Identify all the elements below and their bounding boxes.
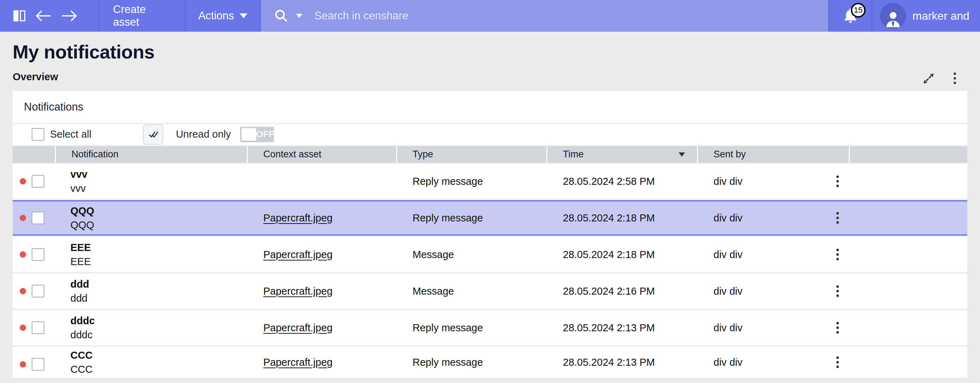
create-asset-label: Create asset bbox=[113, 3, 171, 29]
table-row[interactable]: CCC CCC Papercraft.jpeg Reply message 28… bbox=[13, 347, 967, 378]
notification-sender: div div bbox=[698, 347, 850, 378]
avatar bbox=[880, 3, 906, 29]
row-kebab-menu-icon[interactable] bbox=[834, 173, 842, 190]
row-checkbox[interactable] bbox=[32, 248, 45, 261]
badge-count: 15 bbox=[854, 6, 862, 15]
user-menu[interactable]: marker and bbox=[872, 0, 980, 32]
notification-sender: div div bbox=[698, 200, 850, 235]
unread-only-toggle[interactable]: OFF bbox=[240, 127, 274, 142]
column-header-context-asset[interactable]: Context asset bbox=[248, 146, 397, 163]
row-checkbox[interactable] bbox=[32, 175, 45, 188]
overview-kebab-menu-icon[interactable] bbox=[951, 70, 959, 87]
mark-all-read-button[interactable] bbox=[143, 124, 163, 145]
notification-subtitle: EEE bbox=[70, 256, 248, 267]
row-kebab-menu-icon[interactable] bbox=[834, 246, 842, 263]
row-kebab-menu-icon[interactable] bbox=[834, 283, 842, 300]
notification-title: CCC bbox=[70, 349, 248, 361]
row-checkbox[interactable] bbox=[32, 321, 45, 334]
toggle-state-label: OFF bbox=[256, 127, 274, 142]
actions-button[interactable]: Actions bbox=[186, 0, 260, 32]
search-scope-caret-icon[interactable] bbox=[296, 14, 302, 18]
expand-icon[interactable] bbox=[922, 72, 935, 85]
actions-label: Actions bbox=[198, 10, 234, 22]
nav-section bbox=[0, 0, 98, 32]
table-row[interactable]: EEE EEE Papercraft.jpeg Message 28.05.20… bbox=[13, 237, 967, 272]
notification-title: EEE bbox=[70, 242, 248, 253]
user-name: marker and bbox=[912, 10, 969, 22]
toggle-knob bbox=[242, 128, 256, 141]
column-header-type[interactable]: Type bbox=[397, 146, 547, 163]
column-header-status bbox=[13, 146, 56, 163]
chevron-down-icon bbox=[240, 13, 247, 18]
section-title: Overview bbox=[13, 69, 967, 84]
notification-sender: div div bbox=[698, 164, 850, 199]
context-asset-link[interactable]: Papercraft.jpeg bbox=[263, 212, 332, 224]
context-asset-link[interactable]: Papercraft.jpeg bbox=[263, 322, 332, 334]
back-arrow-icon[interactable] bbox=[35, 10, 51, 22]
notification-type: Reply message bbox=[397, 164, 547, 199]
notification-type: Reply message bbox=[397, 347, 547, 378]
panel-header: Notifications Select all Unread only OFF bbox=[13, 91, 967, 145]
row-kebab-menu-icon[interactable] bbox=[834, 319, 842, 337]
create-asset-button[interactable]: Create asset bbox=[99, 0, 185, 32]
notification-subtitle: QQQ bbox=[70, 219, 248, 231]
notification-title: ddd bbox=[70, 278, 248, 290]
notification-count-badge: 15 bbox=[851, 3, 865, 17]
unread-dot bbox=[20, 288, 26, 294]
notification-time: 28.05.2024 2:13 PM bbox=[547, 310, 698, 345]
context-asset-link[interactable]: Papercraft.jpeg bbox=[263, 249, 332, 261]
row-checkbox[interactable] bbox=[32, 285, 45, 297]
select-all-label: Select all bbox=[50, 129, 92, 140]
double-check-icon bbox=[147, 129, 159, 140]
search-icon[interactable] bbox=[274, 8, 289, 24]
unread-only-label: Unread only bbox=[176, 129, 231, 140]
notification-time: 28.05.2024 2:16 PM bbox=[547, 273, 698, 309]
row-kebab-menu-icon[interactable] bbox=[834, 210, 842, 227]
row-checkbox[interactable] bbox=[32, 211, 45, 224]
table-header: Notification Context asset Type Time Sen… bbox=[13, 146, 967, 163]
panel-title: Notifications bbox=[24, 101, 83, 113]
unread-dot bbox=[20, 361, 26, 367]
notification-type: Reply message bbox=[397, 310, 547, 345]
row-kebab-menu-icon[interactable] bbox=[834, 354, 842, 371]
column-header-notification[interactable]: Notification bbox=[56, 146, 248, 163]
panel-toolbar: Select all Unread only OFF bbox=[13, 124, 967, 145]
notification-subtitle: ddd bbox=[70, 292, 248, 304]
notifications-panel: Notifications Select all Unread only OFF… bbox=[13, 91, 967, 383]
notification-title: dddc bbox=[70, 315, 248, 327]
select-all-checkbox[interactable] bbox=[32, 128, 45, 141]
unread-dot bbox=[20, 215, 26, 221]
notifications-bell-button[interactable]: 15 bbox=[829, 0, 872, 32]
unread-dot bbox=[20, 178, 26, 184]
column-header-time[interactable]: Time bbox=[547, 146, 698, 163]
table-row[interactable]: dddc dddc Papercraft.jpeg Reply message … bbox=[13, 310, 967, 345]
forward-arrow-icon[interactable] bbox=[61, 10, 78, 22]
notification-time: 28.05.2024 2:58 PM bbox=[547, 164, 698, 199]
notification-sender: div div bbox=[698, 237, 850, 272]
context-asset-link[interactable]: Papercraft.jpeg bbox=[263, 357, 332, 368]
notification-sender: div div bbox=[698, 273, 850, 309]
unread-dot bbox=[20, 251, 26, 258]
notification-type: Message bbox=[397, 237, 547, 272]
column-header-sent-by[interactable]: Sent by bbox=[698, 146, 850, 163]
context-asset-link[interactable]: Papercraft.jpeg bbox=[263, 286, 332, 297]
table-row-selected[interactable]: QQQ QQQ Papercraft.jpeg Reply message 28… bbox=[13, 200, 967, 235]
notification-subtitle: dddc bbox=[70, 329, 248, 341]
notification-time: 28.05.2024 2:13 PM bbox=[547, 347, 698, 378]
search-input[interactable]: Search in censhare bbox=[314, 10, 408, 22]
table-row[interactable]: vvv vvv Reply message 28.05.2024 2:58 PM… bbox=[13, 164, 967, 199]
user-icon bbox=[883, 8, 903, 29]
unread-dot bbox=[20, 324, 26, 331]
sidebar-toggle-icon[interactable] bbox=[13, 10, 25, 21]
notification-title: vvv bbox=[70, 168, 248, 180]
table-row[interactable]: ddd ddd Papercraft.jpeg Message 28.05.20… bbox=[13, 273, 967, 309]
page-title: My notifications bbox=[13, 41, 154, 63]
notification-time: 28.05.2024 2:18 PM bbox=[547, 200, 698, 235]
notification-type: Message bbox=[397, 273, 547, 309]
row-checkbox[interactable] bbox=[32, 358, 45, 371]
search-bar[interactable]: Search in censhare bbox=[261, 0, 828, 32]
top-bar: Create asset Actions Search in censhare … bbox=[0, 0, 980, 32]
sort-desc-icon bbox=[679, 153, 685, 157]
overview-section-header: Overview bbox=[13, 69, 967, 84]
notification-sender: div div bbox=[698, 310, 850, 345]
